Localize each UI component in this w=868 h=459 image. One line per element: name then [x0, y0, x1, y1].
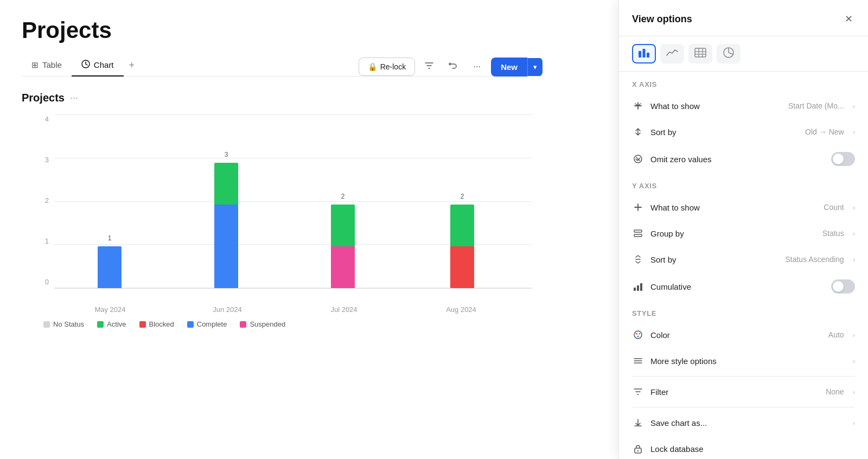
bar-aug-stacked: 2: [450, 205, 474, 288]
y-label-4: 4: [33, 115, 49, 123]
filter-value: None: [826, 387, 844, 396]
cumulative-toggle-thumb: [833, 281, 844, 292]
svg-rect-12: [634, 234, 642, 237]
bar-segment-active-jul: [331, 205, 355, 246]
svg-point-17: [636, 333, 637, 335]
lock-database-row[interactable]: Lock database: [619, 436, 868, 459]
cumulative-icon: [632, 280, 644, 292]
x-label-aug: Aug 2024: [437, 305, 486, 314]
legend-complete: Complete: [187, 320, 227, 328]
relock-button[interactable]: 🔒 Re-lock: [359, 58, 415, 76]
tab-chart-label: Chart: [94, 60, 114, 69]
save-chart-row[interactable]: Save chart as... ›: [619, 410, 868, 436]
view-options-panel: View options ✕: [618, 0, 868, 459]
y-axis-sort-by-chevron: ›: [853, 256, 855, 264]
table-icon: ⊞: [31, 60, 39, 70]
y-axis-cumulative-row[interactable]: Cumulative: [619, 272, 868, 301]
x-axis-label: X axis: [619, 72, 868, 93]
chart-container: 0 1 2 3 4 1: [33, 115, 532, 310]
undo-button[interactable]: [443, 57, 463, 76]
omit-zero-toggle-thumb: [833, 154, 844, 164]
y-axis-group-by-value: Status: [822, 229, 844, 238]
bar-segment-complete: [98, 246, 122, 288]
save-chart-label: Save chart as...: [650, 418, 844, 428]
chart-menu-dots[interactable]: ···: [70, 92, 78, 104]
y-axis-cumulative-label: Cumulative: [650, 282, 825, 291]
chart-type-line-button[interactable]: [660, 44, 684, 63]
bar-may-complete: 1: [98, 246, 122, 288]
cumulative-toggle[interactable]: [831, 279, 855, 294]
y-axis-sort-by-label: Sort by: [650, 255, 778, 264]
x-label-may: May 2024: [86, 305, 135, 314]
save-chart-chevron: ›: [853, 419, 855, 427]
plot-area: 1 3 2: [54, 115, 532, 289]
svg-point-16: [634, 331, 642, 339]
y-axis-sort-by-value: Status Ascending: [785, 255, 844, 264]
save-chart-icon: [632, 417, 644, 429]
chart-title: Projects: [22, 92, 65, 104]
bar-group-jul: 2: [331, 205, 355, 288]
what-to-show-y-icon: [632, 201, 644, 213]
divider-2: [632, 407, 855, 407]
new-button[interactable]: New: [491, 58, 527, 76]
style-color-row[interactable]: Color Auto ›: [619, 322, 868, 348]
y-label-0: 0: [33, 278, 49, 286]
svg-point-18: [639, 333, 641, 335]
bar-label-jun: 3: [214, 151, 238, 158]
bar-group-may: 1: [98, 246, 122, 288]
legend-active: Active: [97, 320, 126, 328]
y-axis-what-to-show-row[interactable]: What to show Count ›: [619, 194, 868, 220]
legend-dot-no-status: [43, 321, 50, 328]
new-chevron-button[interactable]: ▾: [527, 58, 542, 76]
y-label-2: 2: [33, 196, 49, 205]
line-chart-icon: [666, 48, 678, 60]
bar-label-jul: 2: [331, 193, 355, 200]
more-style-icon: [632, 355, 644, 367]
style-color-chevron: ›: [853, 331, 855, 339]
more-style-options-label: More style options: [650, 356, 844, 366]
x-axis-what-to-show-row[interactable]: What to show Start Date (Mo... ›: [619, 93, 868, 119]
y-axis-what-to-show-chevron: ›: [853, 203, 855, 212]
bar-segment-active-jun: [214, 163, 238, 205]
legend-blocked: Blocked: [139, 320, 174, 328]
add-tab-button[interactable]: +: [124, 55, 141, 75]
tab-chart[interactable]: Chart: [72, 54, 124, 76]
filter-icon: [424, 61, 434, 73]
more-button[interactable]: ···: [467, 57, 487, 76]
filter-row[interactable]: Filter None ›: [619, 379, 868, 405]
legend-dot-blocked: [139, 321, 146, 328]
y-axis-label: Y axis: [619, 173, 868, 194]
y-axis-group-by-chevron: ›: [853, 229, 855, 238]
svg-rect-1: [639, 51, 641, 58]
chart-type-bar-button[interactable]: [632, 44, 656, 63]
x-axis-omit-zero-row[interactable]: Omit zero values: [619, 145, 868, 173]
y-axis: 0 1 2 3 4: [33, 115, 49, 289]
filter-row-icon: [632, 386, 644, 398]
chart-type-pie-button[interactable]: [717, 44, 741, 63]
chart-title-row: Projects ···: [22, 92, 542, 104]
svg-rect-15: [640, 283, 642, 291]
legend-label-suspended: Suspended: [250, 320, 285, 328]
tab-table-label: Table: [42, 60, 62, 69]
panel-close-button[interactable]: ✕: [843, 11, 855, 27]
x-axis-sort-by-chevron: ›: [853, 128, 855, 136]
x-axis-what-to-show-value: Start Date (Mo...: [788, 101, 844, 110]
svg-rect-3: [647, 53, 649, 58]
tab-table[interactable]: ⊞ Table: [22, 55, 72, 76]
svg-point-19: [637, 336, 639, 337]
x-axis-sort-by-row[interactable]: Sort by Old → New ›: [619, 119, 868, 145]
grid-line-2: [54, 201, 532, 202]
more-icon: ···: [473, 62, 480, 72]
omit-zero-toggle[interactable]: [831, 152, 855, 166]
y-axis-group-by-row[interactable]: Group by Status ›: [619, 220, 868, 246]
y-axis-sort-by-row[interactable]: Sort by Status Ascending ›: [619, 246, 868, 272]
y-label-3: 3: [33, 156, 49, 164]
panel-title: View options: [632, 14, 692, 25]
more-style-options-row[interactable]: More style options ›: [619, 348, 868, 374]
what-to-show-x-icon: [632, 100, 644, 112]
bar-segment-blocked-aug: [450, 246, 474, 288]
lock-database-icon: [632, 443, 644, 455]
chart-type-table-button[interactable]: [688, 44, 712, 63]
x-axis-omit-zero-label: Omit zero values: [650, 155, 825, 164]
filter-button[interactable]: [419, 57, 439, 76]
